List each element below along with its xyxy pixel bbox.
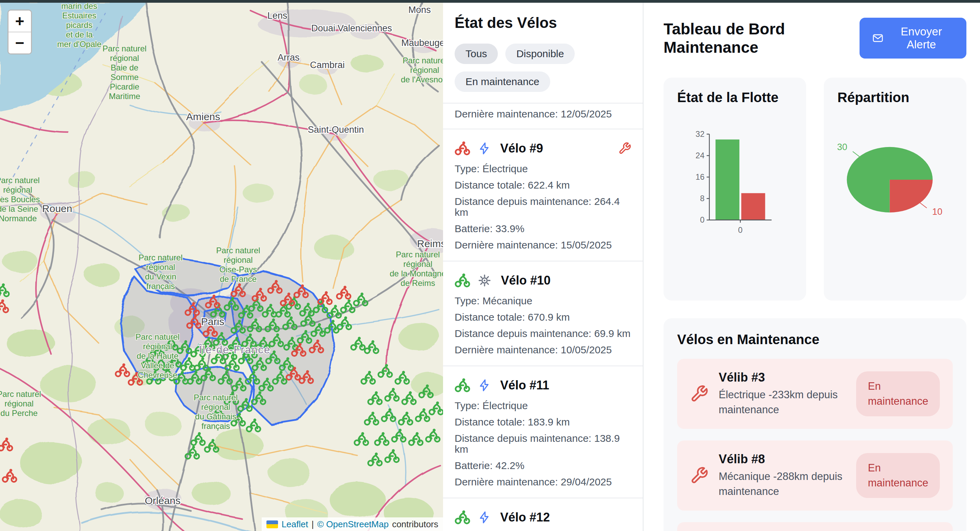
electric-bolt-icon	[478, 142, 491, 155]
maintenance-item[interactable]: Vélib #9Électrique -264km depuis mainten…	[677, 522, 953, 531]
maintenance-bike-desc: Mécanique -288km depuis maintenance	[719, 469, 856, 499]
bike-panel-header: État des Vélos TousDisponibleEn maintena…	[443, 3, 643, 104]
filter-chip[interactable]: Disponible	[505, 43, 575, 64]
bike-detail-line: Dernière maintenance: 29/04/2025	[455, 477, 631, 488]
bike-name: Vélo #12	[500, 510, 550, 525]
city-label: Orléans	[145, 495, 180, 506]
maintenance-item[interactable]: Vélib #3Électrique -233km depuis mainten…	[677, 359, 953, 429]
wrench-icon	[690, 384, 708, 403]
bike-list-item[interactable]: Vélo #11Type: ÉlectriqueDistance totale:…	[443, 366, 643, 498]
map-canvas: MonsLensDouaiValenciennesMaubeugeArrasCa…	[0, 3, 443, 531]
map-zoom-control: + −	[8, 10, 32, 54]
bike-detail-line: Batterie: 42.2%	[455, 460, 631, 471]
map[interactable]: MonsLensDouaiValenciennesMaubeugeArrasCa…	[0, 3, 443, 531]
electric-bolt-icon	[478, 511, 491, 524]
bike-detail-line: Distance totale: 183.9 km	[455, 417, 631, 427]
city-label: Mons	[408, 5, 431, 15]
filter-chip[interactable]: Tous	[455, 43, 498, 64]
bike-detail-line: Distance totale: 670.9 km	[455, 312, 631, 323]
bike-detail-line: Type: Électrique	[455, 400, 631, 411]
attribution-suffix: contributors	[392, 519, 438, 529]
leaflet-link[interactable]: Leaflet	[282, 519, 308, 529]
maintenance-status-badge: En maintenance	[856, 453, 940, 498]
bike-list-item[interactable]: Vélo #9Type: ÉlectriqueDistance totale: …	[443, 129, 643, 262]
zoom-in-button[interactable]: +	[8, 11, 31, 32]
pie-value-label: 30	[837, 142, 847, 152]
city-label: Cambrai	[310, 60, 345, 70]
y-tick-label: 16	[695, 172, 705, 182]
openstreetmap-link[interactable]: © OpenStreetMap	[317, 519, 388, 529]
map-attribution: Leaflet | © OpenStreetMap contributors	[262, 517, 443, 531]
city-label: Valenciennes	[337, 23, 392, 33]
bike-list: Vélo #9Type: ÉlectriqueDistance totale: …	[443, 129, 643, 531]
city-label: Maubeuge	[401, 38, 443, 48]
ukraine-flag-icon	[266, 520, 278, 528]
region-label: Île-de-France	[199, 344, 270, 356]
bike-detail-line: Distance depuis maintenance: 69.9 km	[455, 328, 631, 339]
wrench-icon	[618, 142, 631, 155]
bike-detail-line: Batterie: 33.9%	[455, 223, 631, 234]
bike-list-item[interactable]: Vélo #12Type: ÉlectriqueDistance totale:…	[443, 498, 643, 531]
fleet-status-card: État de la Flotte 081624320	[663, 78, 806, 301]
bar-En maintenance[interactable]	[741, 193, 765, 220]
city-label: Reims	[417, 238, 443, 249]
repartition-pie-chart: 3010	[837, 111, 953, 246]
zoom-out-button[interactable]: −	[8, 32, 31, 53]
bike-name: Vélo #11	[500, 378, 549, 392]
scrolled-item-last-line: Dernière maintenance: 12/05/2025	[443, 104, 643, 129]
bike-item-header: Vélo #11	[455, 376, 631, 395]
y-tick-label: 8	[700, 194, 705, 203]
dashboard-header: Tableau de Bord Maintenance Envoyer Aler…	[663, 18, 966, 59]
bike-detail-line: Type: Électrique	[455, 163, 631, 174]
cyclist-icon	[455, 378, 470, 393]
maintenance-bike-name: Vélib #8	[719, 452, 856, 466]
city-label: Amiens	[186, 111, 220, 122]
city-label: Paris	[201, 316, 224, 327]
y-tick-label: 24	[695, 151, 705, 160]
bike-item-header: Vélo #12	[455, 508, 631, 527]
bike-detail-line: Distance depuis maintenance: 264.4 km	[455, 196, 631, 218]
dashboard-cards: État de la Flotte 081624320 Répartition …	[663, 78, 966, 301]
fleet-bar-chart: 081624320	[677, 111, 792, 246]
electric-bolt-icon	[478, 379, 491, 392]
bike-name: Vélo #9	[500, 141, 543, 156]
bike-detail-line: Dernière maintenance: 15/05/2025	[455, 240, 631, 250]
maintenance-bike-desc: Électrique -233km depuis maintenance	[719, 387, 856, 417]
bar-Disponibles[interactable]	[716, 140, 740, 220]
app-root: MonsLensDouaiValenciennesMaubeugeArrasCa…	[0, 3, 980, 531]
bike-detail-line: Type: Mécanique	[455, 295, 631, 306]
cyclist-icon	[455, 273, 470, 288]
maintenance-bike-name: Vélib #3	[719, 370, 856, 384]
cyclist-icon	[455, 140, 470, 156]
bike-list-item[interactable]: Vélo #10Type: MécaniqueDistance totale: …	[443, 262, 643, 366]
bike-detail-line: Distance totale: 622.4 km	[455, 180, 631, 191]
maintenance-section-title: Vélos en Maintenance	[677, 332, 953, 347]
mechanical-gear-icon	[478, 274, 492, 287]
park-label: Parc naturelrégionalOise-Paysde France	[216, 246, 260, 284]
maintenance-item-text: Vélib #8Mécanique -288km depuis maintena…	[719, 452, 856, 499]
park-label: Parc naturelrégionalde la HauteVallée de…	[135, 332, 179, 380]
bike-status-panel: État des Vélos TousDisponibleEn maintena…	[443, 3, 643, 531]
maintenance-dashboard: Tableau de Bord Maintenance Envoyer Aler…	[643, 3, 980, 531]
attribution-separator: |	[311, 519, 314, 529]
bike-filter-chips: TousDisponibleEn maintenance	[455, 43, 631, 103]
send-alert-button[interactable]: Envoyer Alerte	[859, 18, 966, 59]
maintenance-section: Vélos en Maintenance Vélib #3Électrique …	[663, 318, 966, 531]
park-label: Parc naturelrégionaldes Bouclesde la Sei…	[0, 175, 40, 223]
y-tick-label: 0	[700, 215, 705, 224]
city-label: Saint-Quentin	[308, 124, 364, 135]
bike-name: Vélo #10	[501, 273, 550, 288]
maintenance-item-text: Vélib #3Électrique -233km depuis mainten…	[719, 370, 856, 417]
cyclist-icon	[455, 510, 470, 525]
dashboard-title: Tableau de Bord Maintenance	[663, 20, 859, 56]
filter-chip[interactable]: En maintenance	[455, 72, 550, 92]
repartition-card: Répartition 3010	[824, 78, 966, 301]
city-label: Arras	[278, 53, 300, 63]
mail-icon	[872, 32, 883, 44]
x-tick-label: 0	[738, 226, 743, 234]
bike-item-header: Vélo #9	[455, 139, 631, 158]
bike-item-header: Vélo #10	[455, 271, 631, 290]
fleet-chart-title: État de la Flotte	[677, 90, 792, 105]
maintenance-item[interactable]: Vélib #8Mécanique -288km depuis maintena…	[677, 440, 953, 510]
bike-detail-line: Dernière maintenance: 10/05/2025	[455, 344, 631, 356]
